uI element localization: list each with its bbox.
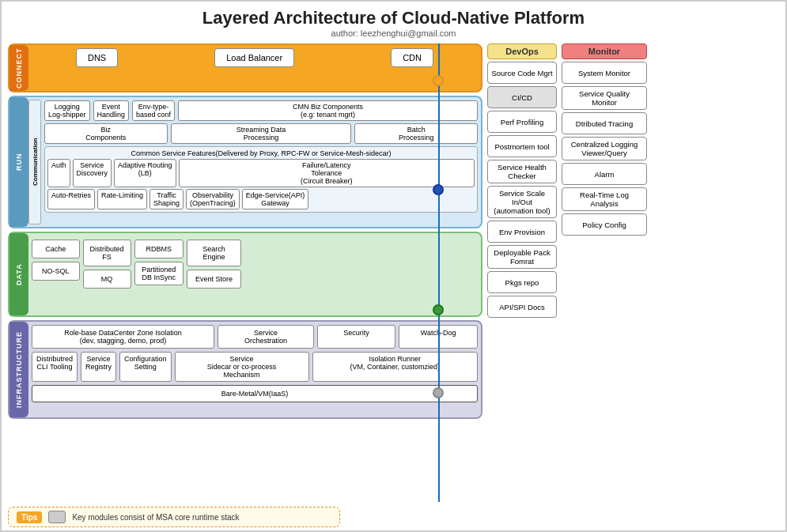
- rate-limiting-box: Rate-Limiting: [97, 189, 147, 209]
- failure-latency-box: Failure/LatencyTolerance(Circuit Breaker…: [179, 159, 475, 187]
- monitor-policy-config[interactable]: Policy Config: [562, 213, 647, 236]
- nosql-box: NO-SQL: [32, 262, 80, 281]
- data-col2: DistributedFS MQ: [83, 240, 131, 289]
- devops-service-scale[interactable]: Service Scale In/Out (automation tool): [487, 186, 557, 218]
- infra-row3: Bare-Metal/VM(IaaS): [32, 385, 478, 402]
- devops-cicd[interactable]: CI/CD: [487, 86, 557, 108]
- data-col3: RDBMS PartitionedDB InSync: [134, 240, 184, 285]
- run-layer: RUN Communication LoggingLog-shipper Eve…: [8, 96, 482, 228]
- dot-data: [433, 304, 444, 315]
- devops-pkgs-repo[interactable]: Pkgs repo: [487, 271, 557, 293]
- role-base-box: Role-base DataCenter Zone Isolation(dev,…: [32, 325, 214, 349]
- infra-row2: DistributredCLI Tooling ServiceRegistry …: [32, 352, 478, 382]
- tips-text: Key modules consist of MSA core runtime …: [72, 513, 239, 522]
- common-service-grid: Auth ServiceDiscovery Adaptive Routing(L…: [47, 159, 475, 209]
- monitor-alarm[interactable]: Alarm: [562, 163, 647, 185]
- monitor-dtributed-tracing[interactable]: Dtributed Tracing: [562, 112, 647, 134]
- auth-box: Auth: [47, 159, 70, 187]
- title-area: Layered Architecture of Cloud-Native Pla…: [2, 2, 785, 40]
- sidecar-box: ServiceSidecar or co-processMechanism: [175, 352, 309, 382]
- config-setting-box: ConfigurationSetting: [119, 352, 172, 382]
- event-handling-box: EventHandling: [93, 100, 130, 121]
- edge-service-box: Edge-Service(API)Gateway: [242, 189, 309, 209]
- data-layer: DATA Cache NO-SQL DistributedFS MQ RDBMS…: [8, 232, 482, 317]
- mq-box: MQ: [83, 270, 131, 289]
- dot-run: [433, 184, 444, 195]
- infra-layer: INFRASTRUCTURE Role-base DataCenter Zone…: [8, 320, 482, 419]
- devops-perf-profiling[interactable]: Perf Profiling: [487, 111, 557, 133]
- main-title: Layered Architecture of Cloud-Native Pla…: [2, 8, 785, 28]
- auto-retries-box: Auto-Retries: [47, 189, 95, 209]
- devops-deployable-pack[interactable]: Deployable Pack Fomrat: [487, 245, 557, 269]
- devops-service-health[interactable]: Service Health Checker: [487, 160, 557, 183]
- cdn-box: CDN: [391, 48, 433, 67]
- streaming-data-box: Streaming DataProcessing: [171, 123, 352, 144]
- communication-label: Communication: [28, 100, 41, 224]
- connect-layer: CONNECT DNS Load Balancer CDN: [8, 43, 482, 92]
- dot-connect: [433, 75, 444, 86]
- security-box: Security: [317, 325, 396, 349]
- tips-label: Tips: [17, 511, 42, 523]
- service-orchestration-box: ServiceOrchestration: [218, 325, 314, 349]
- run-top-row: LoggingLog-shipper EventHandling Env-typ…: [44, 100, 478, 121]
- devops-api-docs[interactable]: API/SPI Docs: [487, 296, 557, 318]
- cache-box: Cache: [32, 240, 80, 258]
- run-inner: LoggingLog-shipper EventHandling Env-typ…: [44, 100, 478, 213]
- event-store-box: Event Store: [187, 270, 241, 289]
- biz-components-box: BizComponents: [44, 123, 168, 144]
- connect-label: CONNECT: [9, 45, 28, 91]
- observability-box: Observability(OpenTracing): [186, 189, 240, 209]
- partitioned-db-box: PartitionedDB InSync: [134, 262, 184, 285]
- isolation-runner-box: Isolation Runner(VM, Container, customzi…: [312, 352, 478, 382]
- content-area: CONNECT DNS Load Balancer CDN RUN Commun…: [2, 40, 785, 525]
- dns-box: DNS: [76, 48, 118, 67]
- batch-processing-box: BatchProcessing: [354, 123, 478, 144]
- devops-header: DevOps: [487, 43, 557, 59]
- load-balancer-box: Load Balancer: [214, 48, 294, 67]
- distributed-fs-box: DistributedFS: [83, 240, 131, 266]
- monitor-system[interactable]: System Monitor: [562, 62, 647, 84]
- tips-section: Tips Key modules consist of MSA core run…: [8, 507, 340, 527]
- data-col1: Cache NO-SQL: [32, 240, 80, 281]
- bare-metal-box: Bare-Metal/VM(IaaS): [32, 385, 478, 402]
- dot-infra: [433, 387, 444, 398]
- infra-label: INFRASTRUCTURE: [9, 322, 28, 417]
- biz-row: BizComponents Streaming DataProcessing B…: [44, 123, 478, 144]
- infra-row1: Role-base DataCenter Zone Isolation(dev,…: [32, 325, 478, 349]
- data-label: DATA: [9, 233, 28, 315]
- tips-icon: [48, 511, 66, 523]
- vertical-line: [438, 43, 440, 502]
- infra-inner: Role-base DataCenter Zone Isolation(dev,…: [32, 325, 478, 402]
- cs-row1: Auth ServiceDiscovery Adaptive Routing(L…: [47, 159, 475, 187]
- cs-row2: Auto-Retries Rate-Limiting TrafficShapin…: [47, 189, 475, 209]
- author-text: author: leezhenghui@gmail.com: [2, 28, 785, 38]
- common-service-title: Common Service Features(Delivered by Pro…: [47, 149, 475, 157]
- data-inner: Cache NO-SQL DistributedFS MQ RDBMS Part…: [32, 236, 478, 292]
- service-registry-box: ServiceRegistry: [81, 352, 116, 382]
- main-container: Layered Architecture of Cloud-Native Pla…: [0, 0, 787, 532]
- service-discovery-box: ServiceDiscovery: [73, 159, 112, 187]
- run-label: RUN: [9, 97, 28, 227]
- adaptive-routing-box: Adaptive Routing(LB): [114, 159, 176, 187]
- monitor-realtime-log[interactable]: Real-Time Log Analysis: [562, 187, 647, 211]
- monitor-centralized-logging[interactable]: Centralized Logging Viewer/Query: [562, 137, 647, 160]
- rdbms-box: RDBMS: [134, 240, 184, 258]
- devops-panel: DevOps Source Code Mgrt CI/CD Perf Profi…: [487, 43, 557, 521]
- diagram-area: CONNECT DNS Load Balancer CDN RUN Commun…: [8, 43, 482, 521]
- devops-source-code[interactable]: Source Code Mgrt: [487, 62, 557, 84]
- connect-boxes: DNS Load Balancer CDN: [32, 48, 478, 67]
- cmn-biz-box: CMN Biz Components(e.g: tenant mgrt): [178, 100, 478, 121]
- distributred-cli-box: DistributredCLI Tooling: [32, 352, 78, 382]
- traffic-shaping-box: TrafficShaping: [149, 189, 184, 209]
- env-type-box: Env-type-based conf: [132, 100, 175, 121]
- search-engine-box: SearchEngine: [187, 240, 241, 266]
- monitor-panel: Monitor System Monitor Service Quality M…: [562, 43, 647, 521]
- devops-env-provision[interactable]: Env Provision: [487, 221, 557, 243]
- logging-box: LoggingLog-shipper: [44, 100, 90, 121]
- right-panels: DevOps Source Code Mgrt CI/CD Perf Profi…: [487, 43, 779, 521]
- devops-postmortem[interactable]: Postmortem tool: [487, 135, 557, 157]
- monitor-header: Monitor: [562, 43, 647, 59]
- monitor-service-quality[interactable]: Service Quality Monitor: [562, 86, 647, 110]
- data-col4: SearchEngine Event Store: [187, 240, 241, 289]
- common-service-box: Common Service Features(Delivered by Pro…: [44, 146, 478, 213]
